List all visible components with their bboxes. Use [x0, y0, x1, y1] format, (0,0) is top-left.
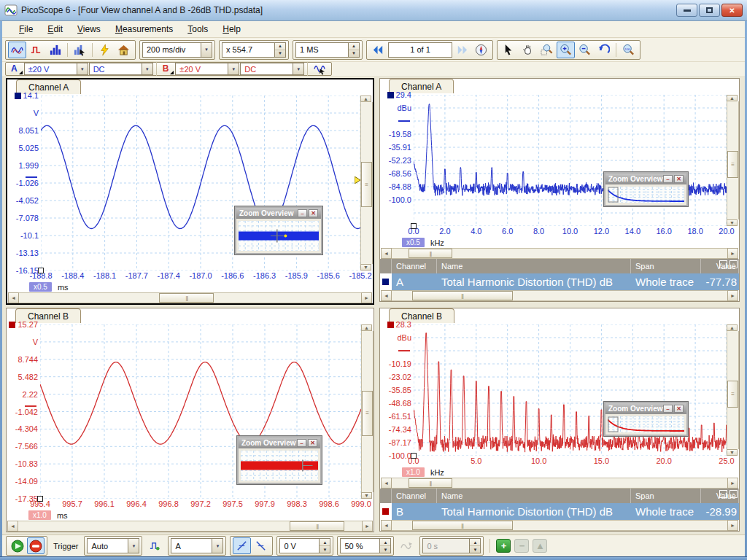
advanced-triggers-button[interactable] — [146, 537, 164, 554]
table-minimize-button[interactable]: – — [719, 490, 727, 498]
table-maximize-button[interactable]: ▫ — [729, 490, 738, 498]
scroll-left-button[interactable]: ◄ — [381, 520, 392, 531]
channel-a-coupling-dropdown[interactable]: DC▾ — [89, 63, 153, 75]
scrollbar-track[interactable]: ≡ — [727, 101, 739, 219]
spin-up-icon[interactable]: ▲ — [320, 539, 330, 545]
scope-b-plot-area[interactable]: Zoom Overview–✕ — [40, 324, 361, 499]
table-minimize-button[interactable]: – — [719, 260, 727, 268]
scrollbar-track[interactable]: ||| — [392, 248, 727, 259]
vertical-scrollbar[interactable]: ▲≡▼ — [727, 95, 739, 226]
menu-measurements[interactable]: Measurements — [109, 22, 179, 36]
header-name[interactable]: Name — [437, 259, 631, 273]
zoom-100-button[interactable]: 100 — [619, 42, 638, 58]
spinner-arrows[interactable]: ▲▼ — [274, 43, 285, 57]
home-button[interactable] — [115, 42, 133, 58]
zoom-overview-titlebar[interactable]: Zoom Overview–✕ — [605, 174, 686, 184]
zoom-overview-thumbnail[interactable] — [241, 451, 318, 481]
zoom-overview-window[interactable]: Zoom Overview–✕ — [237, 436, 322, 484]
axis-origin-handle[interactable] — [37, 496, 43, 502]
scroll-up-button[interactable]: ▲ — [360, 96, 371, 102]
scroll-right-button[interactable]: ► — [727, 520, 738, 531]
scroll-left-button[interactable]: ◄ — [8, 292, 19, 303]
spin-up-icon[interactable]: ▲ — [380, 539, 390, 545]
spinner-arrows[interactable]: ▲▼ — [319, 539, 330, 553]
scrollbar-thumb[interactable]: ||| — [409, 249, 452, 258]
zoom-overview-minimize-button[interactable]: – — [297, 439, 306, 447]
table-header[interactable]: Channel Name Span Value –▫ — [380, 259, 739, 273]
scrollbar-thumb[interactable]: ||| — [290, 521, 344, 531]
add-measurement-button[interactable]: + — [496, 539, 511, 553]
scroll-right-button[interactable]: ► — [727, 290, 738, 301]
signal-generator-button[interactable] — [311, 61, 329, 77]
scope-a-plot-area[interactable]: Zoom Overview–✕ — [41, 96, 360, 271]
rising-edge-button[interactable] — [233, 537, 251, 554]
scroll-down-button[interactable]: ▼ — [727, 449, 738, 456]
zoom-overview-thumbnail[interactable] — [608, 187, 684, 203]
trigger-level-spinner[interactable]: 0 V▲▼ — [279, 538, 330, 553]
scroll-left-button[interactable]: ◄ — [381, 478, 392, 489]
scrollbar-thumb[interactable]: ≡ — [362, 391, 373, 436]
title-bar[interactable]: PicoScope 6 - [Four View channel A and B… — [0, 0, 747, 21]
spinner-arrows[interactable]: ▲▼ — [348, 43, 359, 57]
channel-b-coupling-dropdown[interactable]: DC▾ — [240, 63, 304, 75]
vertical-scrollbar[interactable]: ▲≡▼ — [727, 324, 739, 456]
scroll-left-button[interactable]: ◄ — [381, 248, 392, 259]
measurement-row[interactable]: B Total Harmonic Distortion (THD) dB Who… — [380, 503, 739, 520]
zoom-overview-close-button[interactable]: ✕ — [674, 175, 684, 183]
scroll-left-button[interactable]: ◄ — [381, 290, 392, 301]
menu-tools[interactable]: Tools — [181, 22, 214, 36]
zoom-overview-titlebar[interactable]: Zoom Overview–✕ — [236, 208, 321, 219]
next-buffer-button[interactable] — [453, 42, 471, 58]
horizontal-scrollbar[interactable]: ◄|||► — [381, 248, 738, 259]
scrollbar-track[interactable]: ||| — [392, 478, 727, 489]
scrollbar-thumb[interactable]: ||| — [409, 478, 452, 488]
trigger-source-dropdown[interactable]: A▾ — [171, 538, 223, 553]
zoom-overview-close-button[interactable]: ✕ — [309, 209, 318, 217]
axis-origin-handle[interactable] — [38, 268, 44, 273]
marquee-zoom-tool-button[interactable] — [538, 42, 556, 58]
spectrum-a-plot-area[interactable]: Zoom Overview–✕ — [414, 95, 727, 226]
pre-trigger-spinner[interactable]: 50 %▲▼ — [340, 538, 391, 553]
scrollbar-thumb[interactable]: ||| — [412, 291, 513, 300]
zoom-overview-minimize-button[interactable]: – — [663, 405, 673, 413]
channel-b-range-dropdown[interactable]: ±20 V▾ — [175, 63, 239, 75]
vertical-scrollbar[interactable]: ▲≡▼ — [361, 324, 374, 499]
minimize-button[interactable] — [676, 4, 697, 17]
spinner-arrows[interactable]: ▲▼ — [379, 539, 390, 553]
header-span[interactable]: Span — [631, 489, 701, 503]
spin-up-icon[interactable]: ▲ — [349, 43, 359, 50]
scroll-left-button[interactable]: ◄ — [7, 521, 18, 532]
measurement-row[interactable]: A Total Harmonic Distortion (THD) dB Who… — [380, 273, 739, 290]
vertical-scrollbar[interactable]: ▲≡▼ — [360, 96, 373, 271]
spectrum-a-trace[interactable] — [414, 95, 727, 226]
header-channel[interactable]: Channel — [392, 259, 437, 273]
scrollbar-track[interactable]: ≡ — [361, 331, 374, 492]
scroll-right-button[interactable]: ► — [727, 478, 738, 489]
table-header[interactable]: Channel Name Span Value –▫ — [380, 489, 739, 503]
previous-buffer-button[interactable] — [369, 42, 387, 58]
custom-probes-button[interactable] — [71, 42, 89, 58]
zoom-out-tool-button[interactable] — [576, 42, 594, 58]
scroll-right-button[interactable]: ► — [361, 292, 372, 303]
spectrum-mode-button[interactable] — [46, 42, 64, 58]
scrollbar-thumb[interactable]: ≡ — [727, 381, 738, 408]
scrollbar-thumb[interactable]: ≡ — [361, 162, 372, 207]
scroll-up-button[interactable]: ▲ — [727, 95, 738, 101]
scroll-down-button[interactable]: ▼ — [727, 219, 738, 226]
zoom-overview-close-button[interactable]: ✕ — [674, 405, 684, 413]
channel-b-options-button[interactable]: B — [160, 63, 175, 75]
spin-down-icon[interactable]: ▼ — [275, 50, 285, 57]
stop-capture-button[interactable] — [27, 537, 44, 554]
falling-edge-button[interactable] — [252, 537, 270, 554]
zoom-overview-minimize-button[interactable]: – — [298, 209, 307, 217]
scroll-right-button[interactable]: ► — [727, 248, 738, 259]
hand-tool-button[interactable] — [519, 42, 537, 58]
zoom-overview-window[interactable]: Zoom Overview–✕ — [604, 402, 688, 436]
scrollbar-track[interactable]: ||| — [18, 521, 362, 532]
table-horizontal-scrollbar[interactable]: ◄|||► — [381, 520, 738, 531]
spectrum-b-plot-area[interactable]: Zoom Overview–✕ — [414, 324, 727, 456]
zoom-overview-titlebar[interactable]: Zoom Overview–✕ — [605, 403, 686, 414]
menu-edit[interactable]: Edit — [41, 22, 69, 36]
buffer-navigator-button[interactable] — [472, 42, 490, 58]
header-name[interactable]: Name — [437, 489, 631, 503]
